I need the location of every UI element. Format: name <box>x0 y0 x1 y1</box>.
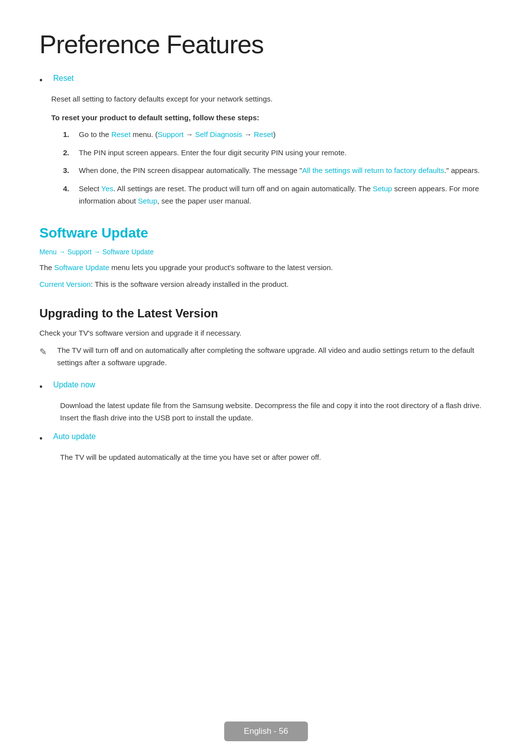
setup-link-2[interactable]: Setup <box>138 197 157 205</box>
software-update-inline-link[interactable]: Software Update <box>54 263 109 272</box>
auto-update-content: Auto update <box>53 432 96 441</box>
software-update-section: Software Update Menu → Support → Softwar… <box>39 225 493 291</box>
upgrading-section: Upgrading to the Latest Version Check yo… <box>39 307 493 464</box>
current-version-text: Current Version: This is the software ve… <box>39 278 493 291</box>
step-3-text: When done, the PIN screen disappear auto… <box>79 165 480 177</box>
step-number-3: 3. <box>63 165 75 177</box>
step-number-4: 4. <box>63 183 75 195</box>
menu-nav-link[interactable]: Menu <box>39 248 57 256</box>
reset-step-3: 3. When done, the PIN screen disappear a… <box>63 165 493 177</box>
software-update-heading: Software Update <box>39 225 493 241</box>
software-update-nav-link[interactable]: Software Update <box>102 248 154 256</box>
reset-instruction-heading: To reset your product to default setting… <box>51 113 493 122</box>
reset-steps-list: 1. Go to the Reset menu. (Support → Self… <box>63 129 493 207</box>
footer-label: English - 56 <box>244 726 288 736</box>
step-number-2: 2. <box>63 147 75 159</box>
update-now-description: Download the latest update file from the… <box>60 400 493 424</box>
step-number-1: 1. <box>63 129 75 141</box>
update-now-link[interactable]: Update now <box>53 380 95 389</box>
yes-link[interactable]: Yes <box>101 184 113 193</box>
upgrading-intro: Check your TV's software version and upg… <box>39 327 493 340</box>
step-1-text: Go to the Reset menu. (Support → Self Di… <box>79 129 275 141</box>
footer-bar: English - 56 <box>224 722 308 741</box>
reset-description: Reset all setting to factory defaults ex… <box>51 93 493 207</box>
arrow-1: → <box>59 248 67 256</box>
reset-step-1: 1. Go to the Reset menu. (Support → Self… <box>63 129 493 141</box>
auto-update-description-text: The TV will be updated automatically at … <box>60 451 493 464</box>
upgrading-heading: Upgrading to the Latest Version <box>39 307 493 320</box>
factory-defaults-link[interactable]: All the settings will return to factory … <box>302 166 444 174</box>
reset-step-2: 2. The PIN input screen appears. Enter t… <box>63 147 493 159</box>
note-icon: ✎ <box>39 345 53 360</box>
page-title: Preference Features <box>39 30 493 59</box>
auto-update-link[interactable]: Auto update <box>53 432 96 441</box>
setup-link-1[interactable]: Setup <box>373 184 392 193</box>
software-update-description: The Software Update menu lets you upgrad… <box>39 262 493 274</box>
reset-step-4: 4. Select Yes. All settings are reset. T… <box>63 183 493 207</box>
step-4-text: Select Yes. All settings are reset. The … <box>79 183 493 207</box>
reset-link-2[interactable]: Reset <box>254 130 273 138</box>
software-update-nav: Menu → Support → Software Update <box>39 248 493 256</box>
reset-description-text: Reset all setting to factory defaults ex… <box>51 93 493 105</box>
update-now-bullet: • Update now <box>39 380 493 394</box>
support-link[interactable]: Support <box>158 130 184 138</box>
current-version-link[interactable]: Current Version <box>39 280 91 288</box>
reset-bullet-row: • Reset <box>39 74 493 87</box>
auto-update-bullet: • Auto update <box>39 432 493 446</box>
reset-link-inline[interactable]: Reset <box>111 130 131 138</box>
bullet-dot: • <box>39 74 48 87</box>
support-nav-link[interactable]: Support <box>67 248 92 256</box>
update-now-content: Update now <box>53 380 95 389</box>
step-2-text: The PIN input screen appears. Enter the … <box>79 147 347 159</box>
update-now-description-text: Download the latest update file from the… <box>60 400 493 424</box>
auto-update-description: The TV will be updated automatically at … <box>60 451 493 464</box>
upgrade-note: ✎ The TV will turn off and on automatica… <box>39 344 493 374</box>
self-diagnosis-link[interactable]: Self Diagnosis <box>195 130 242 138</box>
reset-section: • Reset Reset all setting to factory def… <box>39 74 493 207</box>
page-container: Preference Features • Reset Reset all se… <box>0 0 532 521</box>
bullet-symbol-1: • <box>39 380 48 394</box>
upgrade-note-text: The TV will turn off and on automaticall… <box>57 344 493 369</box>
reset-link[interactable]: Reset <box>53 74 74 83</box>
arrow-2: → <box>94 248 102 256</box>
bullet-symbol-2: • <box>39 432 48 446</box>
